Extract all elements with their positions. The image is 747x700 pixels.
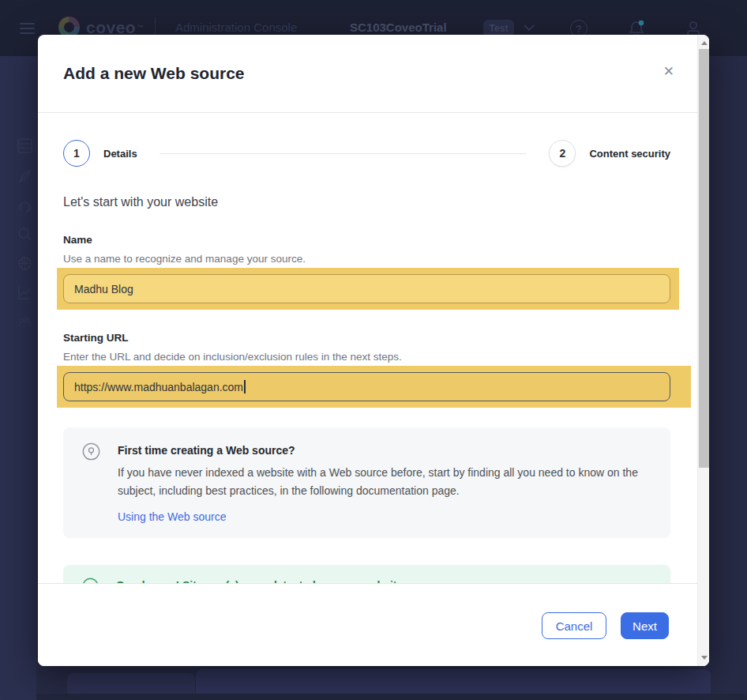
name-input-value: Madhu Blog <box>74 283 133 295</box>
coveo-logo-text: coveo <box>86 18 136 37</box>
url-field-highlight: https://www.madhuanbalagan.com <box>57 366 691 408</box>
section-heading: Let's start with your website <box>63 195 670 209</box>
modal-title: Add a new Web source <box>63 64 245 83</box>
url-field-label: Starting URL <box>63 332 670 344</box>
starting-url-input[interactable]: https://www.madhuanbalagan.com <box>63 372 670 401</box>
chevron-down-icon[interactable] <box>524 24 535 32</box>
info-content: First time creating a Web source? If you… <box>118 441 645 524</box>
scroll-down-icon[interactable] <box>701 656 708 660</box>
console-label: Administration Console <box>175 21 297 34</box>
info-title: First time creating a Web source? <box>118 444 645 457</box>
service-icon[interactable] <box>17 198 32 213</box>
organization-icon[interactable] <box>17 315 32 330</box>
name-field-helper: Use a name to recognize and manage your … <box>63 253 670 265</box>
analytics-icon[interactable] <box>17 285 32 300</box>
scroll-up-icon[interactable] <box>701 41 708 45</box>
add-web-source-modal: Add a new Web source ✕ 1 Details 2 Conte… <box>38 35 709 666</box>
stepper: 1 Details 2 Content security <box>63 140 670 167</box>
app-window: coveo ™ Administration Console SC103Cove… <box>0 0 747 700</box>
cancel-button[interactable]: Cancel <box>542 612 606 639</box>
background-strip <box>36 694 747 700</box>
documentation-link[interactable]: Using the Web source <box>118 510 226 523</box>
modal-scrollbar[interactable] <box>697 35 709 666</box>
scrollbar-thumb[interactable] <box>699 49 709 468</box>
name-input[interactable]: Madhu Blog <box>63 274 670 303</box>
name-field-highlight: Madhu Blog <box>57 268 679 310</box>
url-input-value: https://www.madhuanbalagan.com <box>74 381 243 393</box>
step-1-circle: 1 <box>63 140 90 167</box>
organization-name: SC103CoveoTrial <box>350 21 447 34</box>
text-cursor <box>244 380 246 393</box>
documentation-info-box: First time creating a Web source? If you… <box>63 427 670 538</box>
menu-icon[interactable] <box>20 23 35 34</box>
url-field-helper: Enter the URL and decide on inclusion/ex… <box>63 351 670 363</box>
content-browser-icon[interactable] <box>17 138 32 153</box>
info-body: If you have never indexed a website with… <box>118 464 645 500</box>
sources-icon[interactable] <box>17 169 32 184</box>
close-icon[interactable]: ✕ <box>663 65 674 78</box>
machine-learning-icon[interactable] <box>17 256 32 271</box>
search-icon[interactable] <box>17 227 32 242</box>
step-2-label: Content security <box>589 148 670 160</box>
step-2-circle: 2 <box>549 140 576 167</box>
modal-footer: Cancel Next <box>38 583 709 666</box>
step-1-label: Details <box>103 148 137 160</box>
name-field-label: Name <box>63 234 670 246</box>
modal-body: 1 Details 2 Content security Let's start… <box>38 113 709 607</box>
tip-icon <box>82 442 100 461</box>
next-button[interactable]: Next <box>621 612 669 639</box>
stepper-connector <box>160 153 527 154</box>
sidebar <box>0 56 36 700</box>
modal-header: Add a new Web source ✕ <box>38 35 709 113</box>
